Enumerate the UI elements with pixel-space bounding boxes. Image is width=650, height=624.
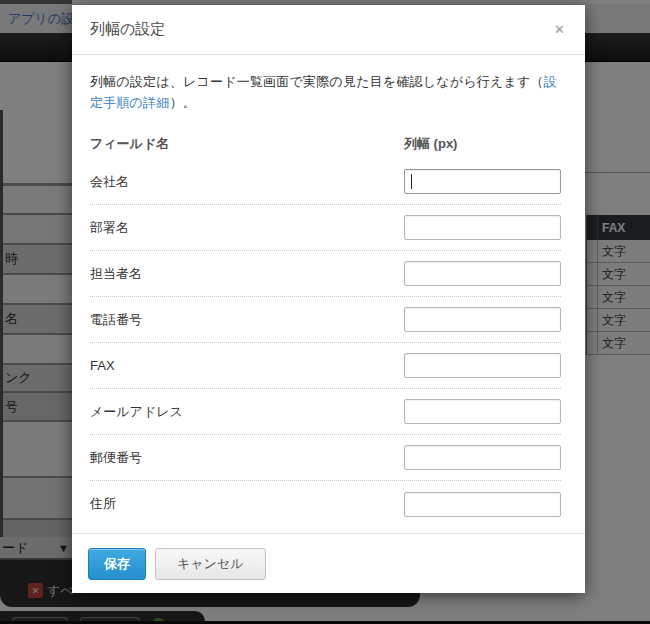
field-row-phone-number: 電話番号 (90, 297, 561, 343)
width-input-department-name[interactable] (404, 215, 561, 240)
width-input-address[interactable] (404, 492, 561, 517)
description-text: 列幅の設定は、レコード一覧画面で実際の見た目を確認しながら行えます（ (90, 74, 544, 89)
width-input-phone-number[interactable] (404, 307, 561, 332)
field-label: 郵便番号 (90, 449, 404, 467)
field-label: 担当者名 (90, 265, 404, 283)
field-label: 住所 (90, 495, 404, 513)
field-row-email: メールアドレス (90, 389, 561, 435)
column-headers-row: フィールド名 列幅 (px) (90, 129, 561, 159)
field-row-department-name: 部署名 (90, 205, 561, 251)
field-label: 電話番号 (90, 311, 404, 329)
width-input-contact-name[interactable] (404, 261, 561, 286)
field-row-company-name: 会社名 (90, 159, 561, 205)
dialog-body: 列幅の設定は、レコード一覧画面で実際の見た目を確認しながら行えます（設定手順の詳… (72, 55, 585, 533)
width-input-postal-code[interactable] (404, 445, 561, 470)
width-input-company-name[interactable] (404, 169, 561, 194)
description-suffix: ）。 (170, 95, 196, 110)
field-label: 部署名 (90, 219, 404, 237)
text-cursor (411, 174, 412, 189)
field-label: FAX (90, 358, 404, 373)
cancel-button[interactable]: キャンセル (155, 548, 266, 580)
width-input-email[interactable] (404, 399, 561, 424)
field-row-address: 住所 (90, 481, 561, 527)
dialog-footer: 保存 キャンセル (72, 533, 585, 593)
dialog-header: 列幅の設定 ✕ (72, 5, 585, 55)
width-px-column-header: 列幅 (px) (404, 135, 561, 153)
field-label: メールアドレス (90, 403, 404, 421)
save-button[interactable]: 保存 (88, 548, 146, 580)
close-icon[interactable]: ✕ (550, 19, 569, 40)
field-row-contact-name: 担当者名 (90, 251, 561, 297)
field-label: 会社名 (90, 173, 404, 191)
width-input-fax[interactable] (404, 353, 561, 378)
column-width-settings-dialog: 列幅の設定 ✕ 列幅の設定は、レコード一覧画面で実際の見た目を確認しながら行えま… (72, 5, 585, 593)
dialog-title: 列幅の設定 (90, 20, 550, 39)
field-name-column-header: フィールド名 (90, 135, 404, 153)
dialog-description: 列幅の設定は、レコード一覧画面で実際の見た目を確認しながら行えます（設定手順の詳… (90, 71, 561, 113)
field-row-postal-code: 郵便番号 (90, 435, 561, 481)
field-row-fax: FAX (90, 343, 561, 389)
